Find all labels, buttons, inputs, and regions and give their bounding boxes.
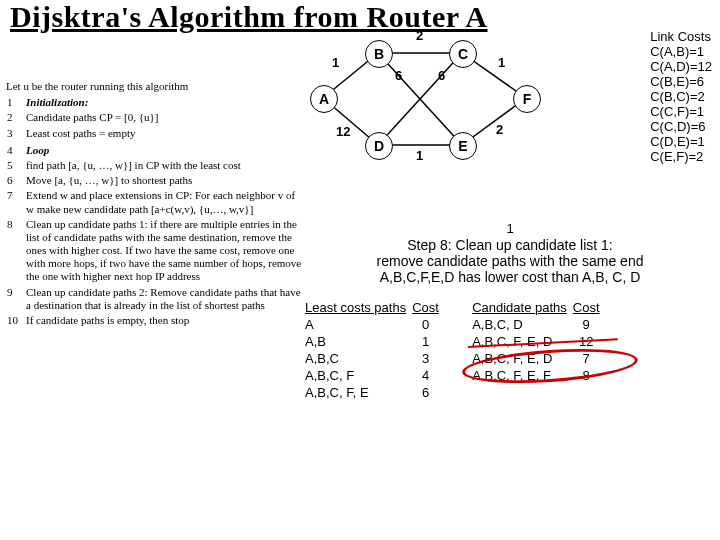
algo-line-num: 9 bbox=[6, 285, 25, 313]
candidate-table: Candidate paths Cost A,B,C, D9A,B,C, F, … bbox=[472, 300, 605, 385]
cand-path: A,B,C, D bbox=[472, 317, 573, 334]
cand-cost: 9 bbox=[573, 317, 606, 334]
step-number: 1 bbox=[320, 222, 700, 237]
weight-ef: 2 bbox=[496, 122, 503, 137]
least-cost: 3 bbox=[412, 351, 445, 368]
algo-line-num: 5 bbox=[6, 158, 25, 173]
algo-line-text: Move [a, {u, …, w}] to shortest paths bbox=[25, 173, 306, 188]
graph-edges bbox=[300, 30, 550, 190]
slide-root: Dijsktra's Algorithm from Router A Let u… bbox=[0, 0, 720, 540]
cand-h1: Candidate paths bbox=[472, 300, 573, 317]
algo-line-num: 2 bbox=[6, 110, 25, 125]
node-f: F bbox=[513, 85, 541, 113]
cand-path: A,B,C, F, E, D bbox=[472, 351, 573, 368]
link-cost-row: C(B,E)=6 bbox=[650, 75, 712, 90]
algo-line-num: 10 bbox=[6, 313, 25, 328]
step-line-3: A,B,C,F,E,D has lower cost than A,B, C, … bbox=[320, 269, 700, 285]
algo-line-text: find path [a, {u, …, w}] in CP with the … bbox=[25, 158, 306, 173]
least-path: A,B,C, F, E bbox=[305, 385, 412, 402]
link-costs-list: Link Costs C(A,B)=1C(A,D)=12C(B,E)=6C(B,… bbox=[650, 30, 712, 164]
cand-cost: 12 bbox=[573, 334, 606, 351]
cand-path: A,B,C, F, E, F bbox=[472, 368, 573, 385]
algo-line-num: 8 bbox=[6, 217, 25, 285]
weight-be: 6 bbox=[395, 68, 402, 83]
algo-line-num: 7 bbox=[6, 188, 25, 216]
algo-line-text: Loop bbox=[25, 143, 306, 158]
algo-line-num: 6 bbox=[6, 173, 25, 188]
weight-de: 1 bbox=[416, 148, 423, 163]
node-b: B bbox=[365, 40, 393, 68]
algo-line-num: 3 bbox=[6, 126, 25, 141]
step-caption: 1 Step 8: Clean up candidate list 1: rem… bbox=[320, 222, 700, 285]
least-path: A,B bbox=[305, 334, 412, 351]
weight-bc: 2 bbox=[416, 28, 423, 43]
link-cost-row: C(A,D)=12 bbox=[650, 60, 712, 75]
cand-cost: 8 bbox=[573, 368, 606, 385]
weight-ad: 12 bbox=[336, 124, 350, 139]
node-d: D bbox=[365, 132, 393, 160]
link-cost-row: C(E,F)=2 bbox=[650, 150, 712, 165]
node-c: C bbox=[449, 40, 477, 68]
algo-line-num: 4 bbox=[6, 143, 25, 158]
node-a: A bbox=[310, 85, 338, 113]
algo-line-text: Clean up candidate paths 2: Remove candi… bbox=[25, 285, 306, 313]
cand-h2: Cost bbox=[573, 300, 606, 317]
least-path: A,B,C bbox=[305, 351, 412, 368]
least-cost-table: Least costs paths Cost A0A,B1A,B,C3A,B,C… bbox=[305, 300, 445, 402]
paths-tables: Least costs paths Cost A0A,B1A,B,C3A,B,C… bbox=[305, 300, 695, 402]
node-e: E bbox=[449, 132, 477, 160]
least-cost: 6 bbox=[412, 385, 445, 402]
least-cost: 1 bbox=[412, 334, 445, 351]
step-line-1: Step 8: Clean up candidate list 1: bbox=[320, 237, 700, 253]
weight-ab: 1 bbox=[332, 55, 339, 70]
algo-line-text: Candidate paths CP = [0, {u}] bbox=[25, 110, 306, 125]
step-line-2: remove candidate paths with the same end bbox=[320, 253, 700, 269]
algo-line-text: Extend w and place extensions in CP: For… bbox=[25, 188, 306, 216]
link-cost-row: C(C,D)=6 bbox=[650, 120, 712, 135]
least-cost: 4 bbox=[412, 368, 445, 385]
page-title: Dijsktra's Algorithm from Router A bbox=[10, 0, 710, 34]
weight-ce: 6 bbox=[438, 68, 445, 83]
least-h2: Cost bbox=[412, 300, 445, 317]
link-costs-header: Link Costs bbox=[650, 30, 712, 45]
least-path: A,B,C, F bbox=[305, 368, 412, 385]
weight-cf: 1 bbox=[498, 55, 505, 70]
network-graph: A B C F D E 1 2 1 6 6 12 1 2 bbox=[300, 30, 550, 190]
algorithm-block: Let u be the router running this algorit… bbox=[6, 80, 306, 328]
link-cost-row: C(B,C)=2 bbox=[650, 90, 712, 105]
algo-line-text: Least cost paths = empty bbox=[25, 126, 306, 141]
algo-line-text: Initialization: bbox=[25, 95, 306, 110]
least-path: A bbox=[305, 317, 412, 334]
link-cost-row: C(D,E)=1 bbox=[650, 135, 712, 150]
cand-cost: 7 bbox=[573, 351, 606, 368]
link-cost-row: C(A,B)=1 bbox=[650, 45, 712, 60]
algo-table: 1Initialization:2Candidate paths CP = [0… bbox=[6, 95, 306, 328]
algo-lead: Let u be the router running this algorit… bbox=[6, 80, 306, 93]
algo-line-text: If candidate paths is empty, then stop bbox=[25, 313, 306, 328]
least-h1: Least costs paths bbox=[305, 300, 412, 317]
algo-line-text: Clean up candidate paths 1: if there are… bbox=[25, 217, 306, 285]
algo-line-num: 1 bbox=[6, 95, 25, 110]
link-cost-row: C(C,F)=1 bbox=[650, 105, 712, 120]
least-cost: 0 bbox=[412, 317, 445, 334]
